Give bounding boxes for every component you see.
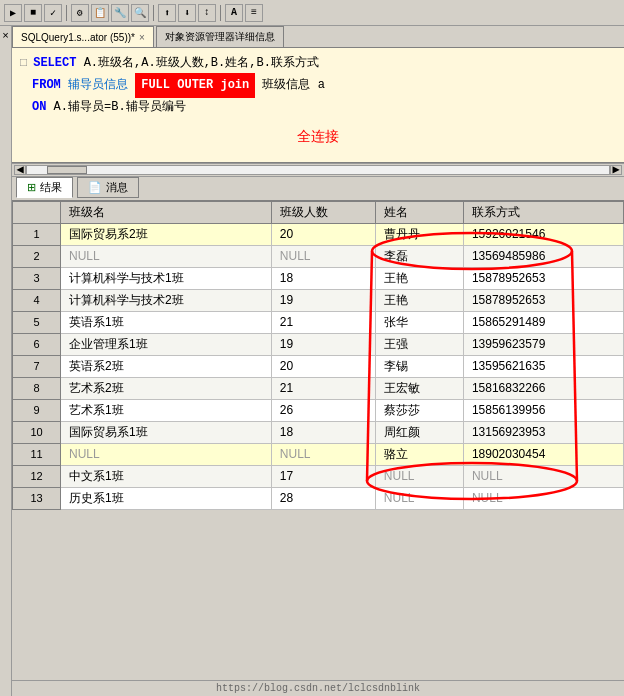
- cell-bjrs: 17: [271, 465, 375, 487]
- toolbar-btn6[interactable]: ⬇: [178, 4, 196, 22]
- cell-bjrs: 21: [271, 377, 375, 399]
- cell-bjrs: NULL: [271, 443, 375, 465]
- cell-bjrs: 18: [271, 421, 375, 443]
- content-area: SQLQuery1.s...ator (55))* × 对象资源管理器详细信息 …: [12, 26, 624, 696]
- cell-lxfs: 13595621635: [463, 355, 623, 377]
- toolbar-check-btn[interactable]: ✓: [44, 4, 62, 22]
- sql-from-table2: 班级信息 a: [255, 76, 325, 95]
- cell-xm: NULL: [375, 465, 463, 487]
- cell-xm: 周红颜: [375, 421, 463, 443]
- result-tab-messages[interactable]: 📄 消息: [77, 177, 139, 198]
- h-scroll-track[interactable]: [26, 165, 610, 175]
- cell-lxfs: 15878952653: [463, 267, 623, 289]
- cell-bjm: 艺术系1班: [61, 399, 272, 421]
- cell-bjrs: 19: [271, 333, 375, 355]
- table-row: 9艺术系1班26蔡莎莎15856139956: [13, 399, 624, 421]
- table-row: 12中文系1班17NULLNULL: [13, 465, 624, 487]
- cell-xm: 李锡: [375, 355, 463, 377]
- toolbar-btn4[interactable]: 🔍: [131, 4, 149, 22]
- toolbar-btn9[interactable]: ≡: [245, 4, 263, 22]
- cell-xm: 蔡莎莎: [375, 399, 463, 421]
- toolbar-btn5[interactable]: ⬆: [158, 4, 176, 22]
- left-strip: ×: [0, 26, 12, 696]
- cell-lxfs: NULL: [463, 487, 623, 509]
- sql-editor[interactable]: □ SELECT A.班级名,A.班级人数,B.姓名,B.联系方式 FROM 辅…: [12, 48, 624, 163]
- toolbar-stop-btn[interactable]: ■: [24, 4, 42, 22]
- cell-bjrs: 20: [271, 355, 375, 377]
- table-row: 5英语系1班21张华15865291489: [13, 311, 624, 333]
- result-tab-results[interactable]: ⊞ 结果: [16, 177, 73, 198]
- cell-lxfs: 15856139956: [463, 399, 623, 421]
- h-scrollbar[interactable]: ◀ ▶: [12, 163, 624, 177]
- cell-xm: 张华: [375, 311, 463, 333]
- main-area: × SQLQuery1.s...ator (55))* × 对象资源管理器详细信…: [0, 26, 624, 696]
- cell-xm: 王宏敏: [375, 377, 463, 399]
- result-table: 班级名 班级人数 姓名 联系方式: [12, 201, 624, 510]
- query-tab-sql-label: SQLQuery1.s...ator (55))*: [21, 32, 135, 43]
- table-row: 7英语系2班20李锡13595621635: [13, 355, 624, 377]
- cell-rownum: 8: [13, 377, 61, 399]
- table-row: 2NULLNULL李磊13569485986: [13, 245, 624, 267]
- toolbar-btn3[interactable]: 🔧: [111, 4, 129, 22]
- cell-rownum: 10: [13, 421, 61, 443]
- sql-marker: □: [20, 54, 27, 73]
- toolbar-btn8[interactable]: A: [225, 4, 243, 22]
- cell-rownum: 4: [13, 289, 61, 311]
- cell-rownum: 9: [13, 399, 61, 421]
- result-tab-messages-label: 消息: [106, 180, 128, 195]
- result-tab-results-label: 结果: [40, 180, 62, 195]
- cell-lxfs: 13156923953: [463, 421, 623, 443]
- cell-lxfs: 13569485986: [463, 245, 623, 267]
- cell-rownum: 1: [13, 223, 61, 245]
- result-grid[interactable]: 班级名 班级人数 姓名 联系方式: [12, 201, 624, 510]
- sql-line-1: □ SELECT A.班级名,A.班级人数,B.姓名,B.联系方式: [20, 54, 616, 73]
- col-header-rownum: [13, 201, 61, 223]
- sql-line-3: ON A.辅导员=B.辅导员编号: [32, 98, 616, 117]
- cell-bjrs: 21: [271, 311, 375, 333]
- sql-on-condition: A.辅导员=B.辅导员编号: [46, 98, 185, 117]
- sql-center-label: 全连接: [20, 118, 616, 156]
- col-header-bjrs: 班级人数: [271, 201, 375, 223]
- cell-rownum: 2: [13, 245, 61, 267]
- toolbar-btn7[interactable]: ↕: [198, 4, 216, 22]
- cell-rownum: 12: [13, 465, 61, 487]
- toolbar-btn1[interactable]: ⚙: [71, 4, 89, 22]
- table-row: 13历史系1班28NULLNULL: [13, 487, 624, 509]
- sql-on-keyword: ON: [32, 98, 46, 117]
- table-row: 1国际贸易系2班20曹丹丹15926021546: [13, 223, 624, 245]
- scroll-left-btn[interactable]: ◀: [14, 165, 26, 175]
- cell-bjm: NULL: [61, 443, 272, 465]
- cell-xm: NULL: [375, 487, 463, 509]
- cell-xm: 骆立: [375, 443, 463, 465]
- cell-bjrs: NULL: [271, 245, 375, 267]
- cell-bjm: 中文系1班: [61, 465, 272, 487]
- cell-bjm: 艺术系2班: [61, 377, 272, 399]
- sql-from-keyword: FROM: [32, 76, 61, 95]
- cell-rownum: 3: [13, 267, 61, 289]
- sql-outer-join-spacer: [128, 76, 135, 95]
- cell-rownum: 5: [13, 311, 61, 333]
- h-scroll-thumb[interactable]: [47, 166, 87, 174]
- cell-rownum: 13: [13, 487, 61, 509]
- scroll-right-btn[interactable]: ▶: [610, 165, 622, 175]
- cell-bjm: 历史系1班: [61, 487, 272, 509]
- query-tab-sql[interactable]: SQLQuery1.s...ator (55))* ×: [12, 26, 154, 47]
- table-row: 11NULLNULL骆立18902030454: [13, 443, 624, 465]
- toolbar-btn2[interactable]: 📋: [91, 4, 109, 22]
- watermark: https://blog.csdn.net/lclcsdnblink: [12, 680, 624, 696]
- result-tabs: ⊞ 结果 📄 消息: [12, 177, 624, 201]
- query-tab-close-icon[interactable]: ×: [139, 32, 145, 43]
- cell-lxfs: 15816832266: [463, 377, 623, 399]
- cell-lxfs: NULL: [463, 465, 623, 487]
- result-msg-icon: 📄: [88, 181, 102, 194]
- query-tab-info[interactable]: 对象资源管理器详细信息: [156, 26, 284, 47]
- close-icon[interactable]: ×: [2, 30, 9, 42]
- cell-lxfs: 13959623579: [463, 333, 623, 355]
- cell-xm: 王强: [375, 333, 463, 355]
- sql-select-fields: A.班级名,A.班级人数,B.姓名,B.联系方式: [76, 54, 318, 73]
- toolbar: ▶ ■ ✓ ⚙ 📋 🔧 🔍 ⬆ ⬇ ↕ A ≡: [0, 0, 624, 26]
- sql-line-2: FROM 辅导员信息 FULL OUTER join 班级信息 a: [32, 73, 616, 98]
- cell-bjm: NULL: [61, 245, 272, 267]
- table-row: 4计算机科学与技术2班19王艳15878952653: [13, 289, 624, 311]
- toolbar-run-btn[interactable]: ▶: [4, 4, 22, 22]
